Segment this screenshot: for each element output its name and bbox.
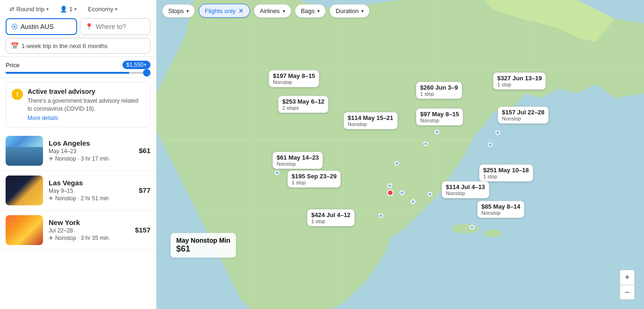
city-dot-los-angeles [275,170,279,175]
dest-image-los-angeles [6,136,43,166]
map-label-montreal[interactable]: $157 Jul 22–28Nonstop [498,106,549,124]
trip-type-selector[interactable]: ⇄ Round trip ▾ [6,4,52,14]
may-label: May Nonstop Min [176,237,230,244]
filter-chevron: ▾ [186,8,189,14]
filter-bar: Stops▾Flights only✕Airlines▾Bags▾Duratio… [157,0,644,21]
map-label-west-yellowstone[interactable]: $114 May 15–21Nonstop [343,112,398,129]
left-panel: ⇄ Round trip ▾ 👤 1 ▾ Economy ▾ ⦿ 📍 [0,0,157,309]
dest-image-new-york [6,215,43,245]
map-price-montreal: $157 Jul 22–28 [502,109,544,116]
dest-name-las-vegas: Las Vegas [49,179,133,187]
slider-thumb[interactable] [143,69,150,77]
origin-input[interactable] [21,23,72,30]
filter-chevron: ▾ [317,8,320,14]
travel-advisory: ! Active travel advisory There's a gover… [6,82,150,127]
map-label-la-farther[interactable]: $424 Jul 4–121 stop [307,209,355,226]
city-dot-chicago [435,130,439,134]
filter-btn-airlines[interactable]: Airlines▾ [254,4,291,18]
dest-info-new-york: New York Jul 22–28 ✈ Nonstop · 3 hr 35 m… [49,218,129,241]
origin-input-wrapper[interactable]: ⦿ [6,18,77,35]
svg-point-2 [484,230,502,237]
destination-list: Los Angeles May 14–23 ✈ Nonstop · 3 hr 1… [0,131,156,250]
map-stops-new-orleans: Nonstop [446,190,485,196]
destination-input[interactable] [96,23,145,30]
city-dot-corpus [411,199,415,204]
dest-dates-los-angeles: May 14–23 [49,148,133,154]
trip-type-chevron: ▾ [46,7,49,12]
calendar-icon: 📅 [11,42,19,49]
date-range-label: 1-week trip in the next 6 months [21,42,107,49]
map-label-las-vegas-map[interactable]: $61 May 14–23Nonstop [272,152,323,169]
filter-label: Flights only [205,7,236,14]
filter-btn-stops[interactable]: Stops▾ [162,4,195,18]
trip-type-row: ⇄ Round trip ▾ 👤 1 ▾ Economy ▾ [6,4,150,14]
may-min-label[interactable]: May Nonstop Min $61 [171,233,236,258]
map-label-seattle[interactable]: $197 May 8–15Nonstop [269,70,319,87]
flight-icon-las-vegas: ✈ [49,195,53,202]
filter-btn-duration[interactable]: Duration▾ [329,4,370,18]
filter-close-icon[interactable]: ✕ [238,7,244,14]
map-price-las-vegas-map: $61 May 14–23 [277,154,319,161]
map-background [157,0,644,309]
filter-label: Duration [336,7,358,14]
zoom-out-button[interactable]: − [620,285,635,300]
map-label-duluth[interactable]: $260 Jun 3–91 stop [416,82,462,99]
location-inputs: ⦿ 📍 [6,18,150,35]
destination-input-wrapper[interactable]: 📍 [80,18,150,35]
map-price-charleston: $251 May 10–18 [483,167,529,174]
map-stops-portland: 2 stops [282,105,324,111]
city-dot-monterrey [379,213,383,218]
city-dot-new-orleans [428,192,432,197]
dest-flight-detail-new-york: Nonstop · 3 hr 35 min [55,235,109,241]
map-price-la-farther: $424 Jul 4–12 [311,211,351,218]
svg-point-1 [451,224,479,233]
map-stops-nonstop-897: Nonstop [420,118,459,123]
class-selector[interactable]: Economy ▾ [84,4,121,14]
advisory-link[interactable]: More details [28,115,144,121]
dest-card-new-york[interactable]: New York Jul 22–28 ✈ Nonstop · 3 hr 35 m… [0,211,156,250]
map-label-nonstop-897[interactable]: $97 May 8–15Nonstop [416,108,463,126]
flight-icon-los-angeles: ✈ [49,155,53,162]
dest-info-los-angeles: Los Angeles May 14–23 ✈ Nonstop · 3 hr 1… [49,139,133,162]
map-stops-las-vegas-map: Nonstop [277,161,319,167]
map-label-los-angeles-map[interactable]: $195 Sep 23–291 stop [287,170,341,188]
map-stops-la-farther: 1 stop [311,218,351,224]
advisory-content: Active travel advisory There's a governm… [28,88,144,121]
passengers-chevron: ▾ [74,7,77,12]
dest-flight-detail-los-angeles: Nonstop · 3 hr 17 min [55,155,109,162]
map-stops-west-yellowstone: Nonstop [348,121,394,127]
dest-flight-new-york: ✈ Nonstop · 3 hr 35 min [49,235,129,241]
map-stops-duluth: 1 stop [420,91,458,97]
map-price-seattle: $197 May 8–15 [273,72,315,79]
map-label-new-orleans[interactable]: $114 Jul 4–13Nonstop [442,181,489,198]
trip-type-label: Round trip [16,6,44,13]
map-price-miami: $85 May 8–14 [481,203,520,210]
top-controls: ⇄ Round trip ▾ 👤 1 ▾ Economy ▾ ⦿ 📍 [0,0,156,57]
map-label-charleston[interactable]: $251 May 10–181 stop [479,164,533,182]
zoom-in-button[interactable]: + [620,270,635,285]
map-price-quebec: $327 Jun 13–19 [497,75,542,82]
dest-flight-detail-las-vegas: Nonstop · 2 hr 51 min [55,195,109,202]
map-label-miami[interactable]: $85 May 8–14Nonstop [477,201,524,218]
zoom-controls: + − [620,270,635,300]
dest-card-los-angeles[interactable]: Los Angeles May 14–23 ✈ Nonstop · 3 hr 1… [0,131,156,171]
dest-name-los-angeles: Los Angeles [49,139,133,147]
price-slider[interactable] [6,72,150,74]
passengers-selector[interactable]: 👤 1 ▾ [56,4,80,14]
city-dot-st-louis [423,141,428,146]
map-price-nonstop-897: $97 May 8–15 [420,111,459,118]
filter-btn-flights-only[interactable]: Flights only✕ [199,4,250,18]
filter-btn-bags[interactable]: Bags▾ [295,4,326,18]
min-price: $61 [176,244,230,254]
map-label-quebec[interactable]: $327 Jun 13–191 stop [493,72,546,90]
city-dot-washington [488,142,493,147]
dest-card-las-vegas[interactable]: Las Vegas May 9–15 ✈ Nonstop · 2 hr 51 m… [0,171,156,211]
class-chevron: ▾ [115,7,117,12]
dest-dates-new-york: Jul 22–28 [49,227,129,234]
map-label-portland[interactable]: $253 May 6–122 stops [278,96,329,113]
date-selector[interactable]: 📅 1-week trip in the next 6 months [6,38,150,54]
map-stops-los-angeles-map: 1 stop [292,180,336,185]
city-dot-dallas [387,183,392,188]
filter-label: Airlines [260,7,280,14]
dest-image-las-vegas [6,176,43,205]
